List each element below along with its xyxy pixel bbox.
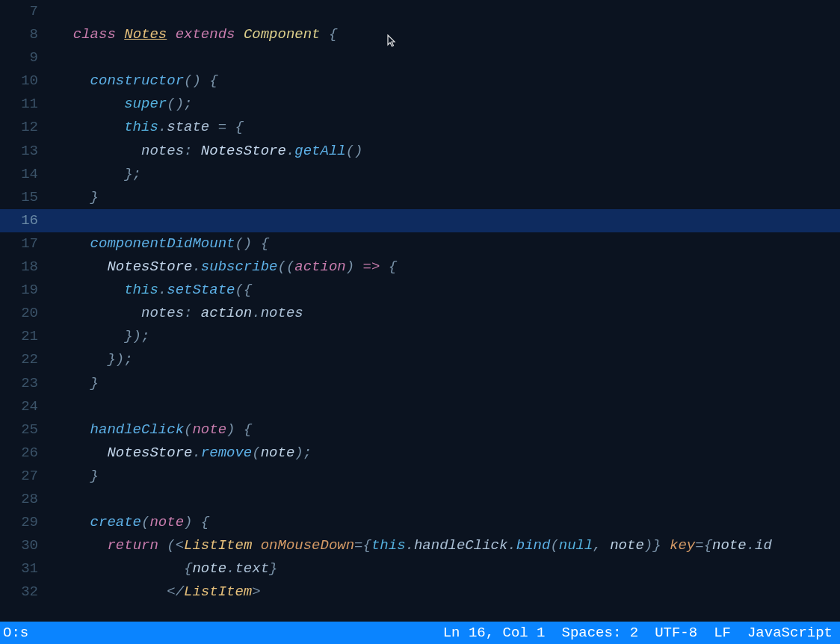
code-area[interactable]: 7 8 class Notes extends Component { 9 10… (0, 0, 840, 622)
line-number: 20 (0, 302, 56, 325)
code-line[interactable]: 18 NotesStore.subscribe((action) => { (0, 256, 840, 279)
line-number: 22 (0, 348, 56, 371)
code-content: }); (56, 348, 133, 371)
code-content: NotesStore.remove(note); (56, 442, 312, 465)
code-line[interactable]: 24 (0, 395, 840, 418)
code-line[interactable]: 8 class Notes extends Component { (0, 23, 840, 46)
code-content: handleClick(note) { (56, 418, 252, 442)
code-line[interactable]: 12 this.state = { (0, 116, 840, 139)
code-content: {note.text} (56, 557, 277, 580)
line-number: 16 (0, 209, 56, 232)
code-line[interactable]: 26 NotesStore.remove(note); (0, 442, 840, 465)
line-number: 17 (0, 232, 56, 256)
code-content: } (56, 186, 99, 209)
line-number: 13 (0, 140, 56, 163)
code-line[interactable]: 32 </ListItem> (0, 580, 840, 604)
code-line[interactable]: 30 return (<ListItem onMouseDown={this.h… (0, 534, 840, 557)
code-line[interactable]: 14 }; (0, 163, 840, 186)
code-line[interactable]: 22 }); (0, 348, 840, 371)
line-number: 14 (0, 163, 56, 186)
status-bar: O:s Ln 16, Col 1 Spaces: 2 UTF-8 LF Java… (0, 622, 840, 644)
status-encoding[interactable]: UTF-8 (655, 625, 697, 641)
line-number: 8 (0, 23, 56, 46)
code-line[interactable]: 20 notes: action.notes (0, 302, 840, 325)
code-content: } (56, 465, 99, 488)
line-number: 31 (0, 557, 56, 580)
line-number: 18 (0, 256, 56, 279)
code-line[interactable]: 27 } (0, 465, 840, 488)
line-number: 24 (0, 395, 56, 418)
code-line[interactable]: 11 super(); (0, 93, 840, 116)
line-number: 21 (0, 325, 56, 348)
line-number: 23 (0, 372, 56, 395)
code-content: this.setState({ (56, 279, 252, 302)
code-line[interactable]: 9 (0, 46, 840, 69)
code-line[interactable]: 10 constructor() { (0, 69, 840, 93)
line-number: 7 (0, 0, 56, 23)
code-content: notes: action.notes (56, 302, 303, 325)
line-number: 27 (0, 465, 56, 488)
code-content: </ListItem> (56, 580, 261, 604)
status-cursor-position[interactable]: Ln 16, Col 1 (443, 625, 546, 641)
code-line-current[interactable]: 16 (0, 209, 840, 232)
status-eol[interactable]: LF (714, 625, 731, 641)
line-number: 11 (0, 93, 56, 116)
code-content: create(note) { (56, 511, 209, 534)
code-line[interactable]: 28 (0, 488, 840, 511)
line-number: 10 (0, 69, 56, 93)
code-content: this.state = { (56, 116, 244, 139)
code-content: }); (56, 325, 149, 348)
code-content: notes: NotesStore.getAll() (56, 140, 363, 163)
code-content: }; (56, 163, 141, 186)
code-line[interactable]: 7 (0, 0, 840, 23)
status-mode[interactable]: O:s (3, 625, 28, 641)
code-line[interactable]: 21 }); (0, 325, 840, 348)
code-line[interactable]: 17 componentDidMount() { (0, 232, 840, 256)
code-content: constructor() { (56, 69, 218, 93)
line-number: 15 (0, 186, 56, 209)
line-number: 30 (0, 534, 56, 557)
code-line[interactable]: 15 } (0, 186, 840, 209)
status-indentation[interactable]: Spaces: 2 (562, 625, 639, 641)
code-content: return (<ListItem onMouseDown={this.hand… (56, 534, 772, 557)
line-number: 19 (0, 279, 56, 302)
code-line[interactable]: 23 } (0, 372, 840, 395)
line-number: 28 (0, 488, 56, 511)
line-number: 12 (0, 116, 56, 139)
line-number: 9 (0, 46, 56, 69)
code-line[interactable]: 29 create(note) { (0, 511, 840, 534)
line-number: 25 (0, 418, 56, 442)
status-language[interactable]: JavaScript (747, 625, 833, 641)
line-number: 29 (0, 511, 56, 534)
code-content: NotesStore.subscribe((action) => { (56, 256, 397, 279)
code-line[interactable]: 13 notes: NotesStore.getAll() (0, 140, 840, 163)
code-content: super(); (56, 93, 192, 116)
line-number: 32 (0, 580, 56, 604)
code-editor[interactable]: 7 8 class Notes extends Component { 9 10… (0, 0, 840, 622)
code-line[interactable]: 25 handleClick(note) { (0, 418, 840, 442)
code-content: componentDidMount() { (56, 232, 269, 256)
code-line[interactable]: 19 this.setState({ (0, 279, 840, 302)
code-content: class Notes extends Component { (56, 23, 337, 46)
code-content: } (56, 372, 99, 395)
code-line[interactable]: 31 {note.text} (0, 557, 840, 580)
line-number: 26 (0, 442, 56, 465)
